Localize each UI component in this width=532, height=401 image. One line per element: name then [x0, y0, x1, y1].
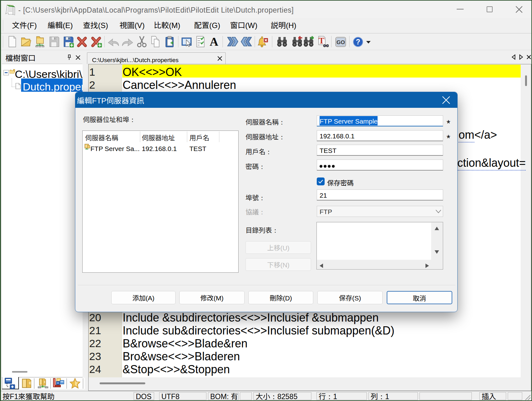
svg-text:?: ? [356, 38, 360, 46]
svg-text:A: A [210, 35, 218, 48]
svg-text:GO: GO [337, 39, 345, 45]
svg-text:T: T [319, 36, 325, 45]
